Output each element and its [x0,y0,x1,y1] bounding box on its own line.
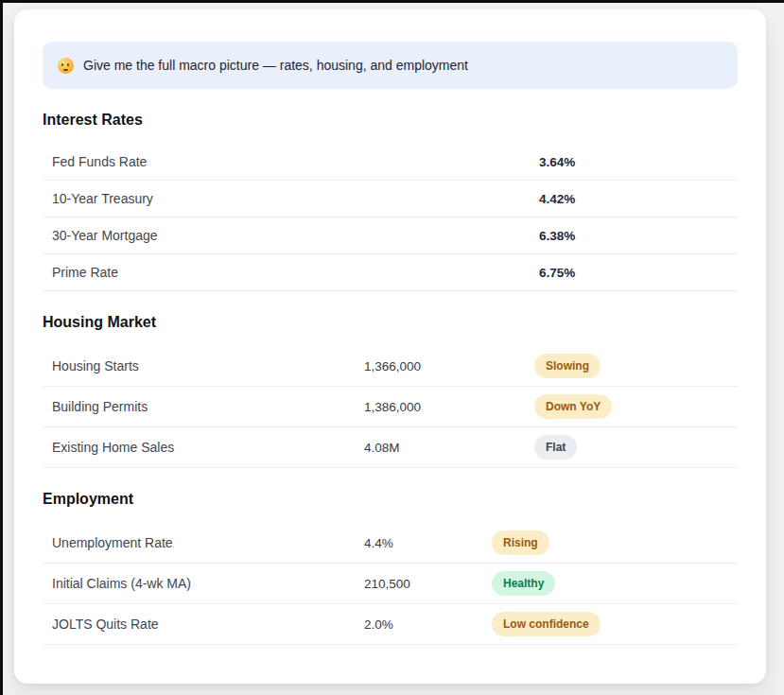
table-row: 10-Year Treasury 4.42% [43,181,738,217]
thinking-face-emoji-icon [58,58,74,74]
section-employment: Employment Unemployment Rate 4.4% Rising… [43,491,738,645]
metric-value: 6.75% [539,266,575,280]
metric-value: 1,366,000 [364,359,421,374]
status-badge: Slowing [534,354,601,378]
metric-value: 4.08M [364,441,400,455]
table-row: Initial Claims (4-wk MA) 210,500 Healthy [43,564,738,604]
table-row: Building Permits 1,386,000 Down YoY [43,387,738,427]
metric-value: 6.38% [539,229,575,243]
metric-label: Unemployment Rate [52,535,173,550]
metric-value: 210,500 [364,577,410,591]
section-interest-rates: Interest Rates Fed Funds Rate 3.64% 10-Y… [43,112,738,291]
metric-label: Existing Home Sales [52,440,174,455]
status-badge: Rising [492,530,549,555]
metric-value: 4.4% [364,536,393,550]
status-badge: Healthy [492,571,555,596]
user-message-bubble: Give me the full macro picture — rates, … [43,42,738,89]
status-badge: Low confidence [492,612,601,636]
section-title: Interest Rates [43,112,738,129]
section-title: Employment [43,491,738,508]
macro-report-card: Give me the full macro picture — rates, … [14,9,766,684]
table-row: 30-Year Mortgage 6.38% [43,217,738,254]
metric-value: 3.64% [539,155,575,169]
metric-label: Housing Starts [52,358,139,374]
window-frame-top [0,0,784,3]
section-housing-market: Housing Market Housing Starts 1,366,000 … [43,314,738,468]
metric-label: JOLTS Quits Rate [52,617,159,632]
metric-label: Fed Funds Rate [52,154,147,169]
metric-label: 10-Year Treasury [52,191,153,206]
metric-label: Prime Rate [52,265,118,280]
metric-label: 30-Year Mortgage [52,228,158,243]
metric-label: Initial Claims (4-wk MA) [52,576,191,591]
table-row: Prime Rate 6.75% [43,254,738,291]
table-row: Unemployment Rate 4.4% Rising [43,523,738,564]
window-frame-left [0,0,3,695]
table-row: JOLTS Quits Rate 2.0% Low confidence [43,604,738,645]
metric-label: Building Permits [52,399,148,414]
status-badge: Flat [534,435,577,460]
metric-value: 1,386,000 [364,400,421,414]
section-title: Housing Market [43,314,738,331]
user-message-text: Give me the full macro picture — rates, … [83,58,468,73]
table-row: Housing Starts 1,366,000 Slowing [43,346,738,387]
table-row: Fed Funds Rate 3.64% [43,144,738,181]
status-badge: Down YoY [534,394,612,419]
metric-value: 4.42% [539,192,575,206]
table-row: Existing Home Sales 4.08M Flat [43,427,738,468]
metric-value: 2.0% [364,617,393,632]
